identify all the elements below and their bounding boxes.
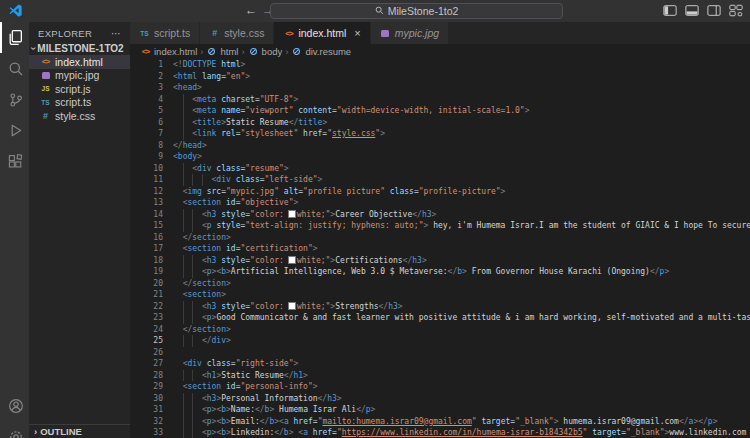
line-number: 17 [130, 243, 163, 255]
line-number: 27 [130, 358, 163, 370]
code-line[interactable]: 9<body> [130, 151, 750, 163]
activity-source-control-icon[interactable] [0, 84, 29, 115]
line-number: 12 [130, 186, 163, 198]
code-line[interactable]: 18 <h3 style="color: white;">Certificati… [130, 255, 750, 267]
code-line[interactable]: 24 </section> [130, 324, 750, 336]
code-line[interactable]: 6 <title>Static Resume</title> [130, 117, 750, 129]
code-line[interactable]: 25 </div> [130, 335, 750, 347]
line-number: 1 [130, 59, 163, 71]
line-number: 21 [130, 289, 163, 301]
breadcrumb-separator: › [285, 46, 288, 57]
activity-account-icon[interactable] [0, 390, 29, 421]
breadcrumb-label: html [220, 46, 238, 57]
activity-search-icon[interactable] [0, 53, 29, 84]
color-swatch [289, 257, 295, 263]
activity-settings-icon[interactable] [0, 421, 29, 438]
toggle-sidebar-icon[interactable] [663, 4, 677, 17]
ts-file-icon: TS [139, 30, 150, 37]
code-line[interactable]: 33 <p><b>Linkedin:</b> <a href="https://… [130, 427, 750, 438]
code-line[interactable]: 2<html lang="en"> [130, 71, 750, 83]
code-line[interactable]: 11 <div class="left-side"> [130, 174, 750, 186]
close-icon[interactable]: × [354, 28, 360, 39]
code-line[interactable]: 22 <h3 style="color: white;">Strengths</… [130, 301, 750, 313]
code-line[interactable]: 29 <section id="personal-info"> [130, 381, 750, 393]
activity-extensions-icon[interactable] [0, 146, 29, 177]
explorer-title: EXPLORER [38, 28, 92, 39]
file-list: <>index.htmlmypic.jpgJSscript.jsTSscript… [29, 55, 130, 123]
code-line[interactable]: 12 <img src="mypic.jpg" alt="profile pic… [130, 186, 750, 198]
code-line[interactable]: 19 <p><b>Artificial Intelligence, Web 3.… [130, 266, 750, 278]
file-name: script.ts [55, 96, 91, 108]
line-content: <section id="personal-info"> [163, 381, 318, 393]
customize-layout-icon[interactable] [729, 4, 743, 17]
code-line[interactable]: 21 <section> [130, 289, 750, 301]
line-content: <section id="objective"> [163, 197, 298, 209]
line-number: 13 [130, 197, 163, 209]
code-line[interactable]: 15 <p style="text-align: justify; hyphen… [130, 220, 750, 232]
code-editor[interactable]: 1<!DOCTYPE html>2<html lang="en">3<head>… [130, 58, 750, 438]
line-number: 28 [130, 370, 163, 382]
more-actions-icon[interactable]: ⋯ [111, 28, 122, 39]
toggle-secondary-sidebar-icon[interactable] [707, 4, 721, 17]
code-line[interactable]: 8</head> [130, 140, 750, 152]
activity-run-debug-icon[interactable] [0, 115, 29, 146]
file-name: script.js [55, 83, 91, 95]
line-content: <!DOCTYPE html> [163, 59, 245, 71]
breadcrumb-item-body[interactable]: body [248, 46, 283, 57]
file-item-script.js[interactable]: JSscript.js [29, 82, 130, 96]
code-line[interactable]: 20 </section> [130, 278, 750, 290]
code-line[interactable]: 7 <link rel="stylesheet" href="style.css… [130, 128, 750, 140]
line-content: </head> [163, 140, 207, 152]
back-arrow-icon[interactable]: ← [245, 3, 257, 17]
folder-root[interactable]: › MILESTONE-1TO2 [29, 41, 130, 55]
layout-controls [663, 4, 743, 17]
line-number: 31 [130, 404, 163, 416]
code-line[interactable]: 30 <h3>Personal Information</h3> [130, 393, 750, 405]
line-content: </div> [163, 335, 231, 347]
code-line[interactable]: 32 <p><b>Email:</b><a href="mailto:humem… [130, 416, 750, 428]
code-line[interactable]: 28 <h1>Static Resume</h1> [130, 370, 750, 382]
color-swatch [289, 303, 295, 309]
code-line[interactable]: 13 <section id="objective"> [130, 197, 750, 209]
line-number: 10 [130, 163, 163, 175]
breadcrumb-item-index.html[interactable]: <>index.html [140, 46, 197, 57]
tab-index.html[interactable]: <>index.html× [274, 22, 370, 44]
symbol-file-icon [291, 47, 302, 56]
code-line[interactable]: 4 <meta charset="UTF-8"> [130, 94, 750, 106]
code-line[interactable]: 27 <div class="right-side"> [130, 358, 750, 370]
code-line[interactable]: 5 <meta name="viewport" content="width=d… [130, 105, 750, 117]
toggle-panel-icon[interactable] [685, 4, 699, 17]
indent-guide [192, 335, 193, 347]
indent-guide [183, 393, 184, 405]
code-line[interactable]: 31 <p><b>Name:</b> Humema Israr Ali</p> [130, 404, 750, 416]
code-line[interactable]: 14 <h3 style="color: white;">Career Obje… [130, 209, 750, 221]
line-number: 20 [130, 278, 163, 290]
color-swatch [289, 211, 295, 217]
tab-script.ts[interactable]: TSscript.ts [130, 22, 200, 44]
breadcrumb-item-html[interactable]: html [206, 46, 238, 57]
line-number: 22 [130, 301, 163, 313]
file-item-mypic.jpg[interactable]: mypic.jpg [29, 69, 130, 83]
code-line[interactable]: 10 <div class="resume"> [130, 163, 750, 175]
code-line[interactable]: 17 <section id="certification"> [130, 243, 750, 255]
outline-section[interactable]: › OUTLINE [29, 424, 130, 438]
code-line[interactable]: 23 <p>Good Communicator & and fast learn… [130, 312, 750, 324]
line-content: <link rel="stylesheet" href="style.css"> [163, 128, 385, 140]
code-line[interactable]: 1<!DOCTYPE html> [130, 59, 750, 71]
file-item-style.css[interactable]: #style.css [29, 109, 130, 123]
command-center-search[interactable]: MileStone-1to2 [270, 3, 563, 19]
code-line[interactable]: 3<head> [130, 82, 750, 94]
line-number: 25 [130, 335, 163, 347]
file-item-index.html[interactable]: <>index.html [29, 55, 130, 69]
breadcrumb-item-div.resume[interactable]: div.resume [291, 46, 351, 57]
tab-style.css[interactable]: #style.css [200, 22, 274, 44]
activity-explorer-icon[interactable] [0, 22, 29, 53]
line-number: 8 [130, 140, 163, 152]
breadcrumb-separator: › [200, 46, 203, 57]
code-line[interactable]: 26 [130, 347, 750, 359]
line-number: 24 [130, 324, 163, 336]
file-item-script.ts[interactable]: TSscript.ts [29, 96, 130, 110]
tab-mypic.jpg[interactable]: mypic.jpg [371, 22, 449, 44]
code-line[interactable]: 16 </section> [130, 232, 750, 244]
indent-guide [183, 105, 184, 117]
